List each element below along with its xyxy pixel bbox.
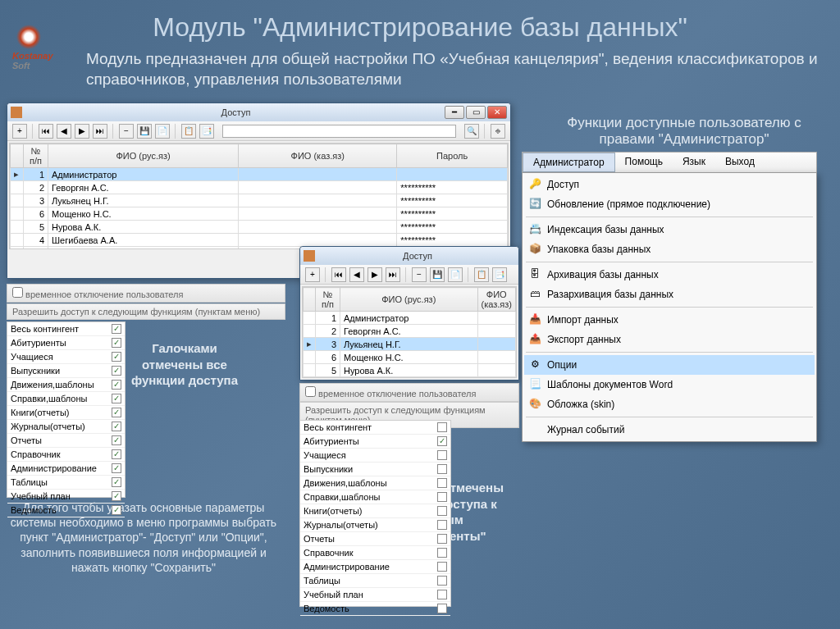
first-button[interactable]: ⏮ xyxy=(331,267,346,282)
dropdown-item[interactable]: ⚙Опции xyxy=(524,355,815,375)
permission-row[interactable]: Движения,шаблоны xyxy=(300,476,450,490)
permission-checkbox[interactable]: ✓ xyxy=(112,366,121,376)
permission-checkbox[interactable] xyxy=(437,576,447,586)
permission-checkbox[interactable]: ✓ xyxy=(112,491,121,501)
next-button[interactable]: ▶ xyxy=(75,124,89,139)
permission-row[interactable]: Ведомость xyxy=(300,602,450,616)
permission-row[interactable]: Учащиеся✓ xyxy=(7,350,125,364)
minimize-button[interactable]: ━ xyxy=(445,106,464,119)
table-row[interactable]: 5Нурова А.К. xyxy=(304,364,516,377)
dropdown-item[interactable]: 📃Шаблоны документов Word xyxy=(524,375,815,394)
permission-checkbox[interactable]: ✓ xyxy=(112,449,121,459)
permission-row[interactable]: Учебный план✓ xyxy=(7,490,125,504)
dropdown-item[interactable]: 🔑Доступ xyxy=(524,175,815,194)
first-button[interactable]: ⏮ xyxy=(39,124,53,139)
delete-button[interactable]: − xyxy=(412,267,427,282)
doc1-button[interactable]: 📄 xyxy=(448,267,463,282)
menu-item[interactable]: Выход xyxy=(715,153,765,172)
permission-checkbox[interactable] xyxy=(437,534,447,544)
maximize-button[interactable]: ▭ xyxy=(466,106,486,119)
last-button[interactable]: ⏭ xyxy=(386,267,400,282)
permission-row[interactable]: Абитуриенты✓ xyxy=(7,336,125,350)
doc3-button[interactable]: 📑 xyxy=(492,267,507,282)
permission-row[interactable]: Отчеты✓ xyxy=(7,434,125,448)
table-row[interactable]: 2Геворгян А.С. xyxy=(304,325,516,338)
permission-checkbox[interactable]: ✓ xyxy=(112,352,121,362)
dropdown-item[interactable]: 📦Упаковка базы данных xyxy=(524,239,815,259)
menubar[interactable]: АдминистраторПомощьЯзыкВыход xyxy=(522,152,817,173)
table-row[interactable]: 3Лукьянец Н.Г. xyxy=(304,338,516,351)
permission-row[interactable]: Справочник✓ xyxy=(7,448,125,462)
table-row[interactable]: 6Мощенко Н.С.********** xyxy=(11,207,508,221)
temp-disable-checkbox[interactable] xyxy=(305,386,316,397)
doc1-button[interactable]: 📄 xyxy=(155,124,170,139)
dropdown-item[interactable]: 📇Индексация базы данных xyxy=(524,220,815,239)
menu-item[interactable]: Администратор xyxy=(523,153,615,172)
exit-button[interactable]: ⎆ xyxy=(491,124,505,139)
permission-row[interactable]: Выпускники xyxy=(300,463,450,476)
menu-item[interactable]: Язык xyxy=(673,153,715,172)
admin-dropdown[interactable]: 🔑Доступ🔄Обновление (прямое подключение)📇… xyxy=(522,172,817,442)
delete-button[interactable]: − xyxy=(119,124,134,139)
permission-row[interactable]: Ведомость✓ xyxy=(7,504,125,517)
permission-row[interactable]: Журналы(отчеты)✓ xyxy=(7,420,125,434)
permission-checkbox[interactable] xyxy=(437,478,447,488)
table-row[interactable]: 2Геворгян А.С.********** xyxy=(11,181,508,194)
search-input[interactable] xyxy=(222,125,456,138)
permission-checkbox[interactable] xyxy=(437,604,447,613)
permission-checkbox[interactable]: ✓ xyxy=(112,477,121,487)
add-button[interactable]: + xyxy=(305,267,320,282)
permission-row[interactable]: Журналы(отчеты) xyxy=(300,518,450,532)
search-button[interactable]: 🔍 xyxy=(464,124,479,139)
next-button[interactable]: ▶ xyxy=(368,267,382,282)
permission-row[interactable]: Справки,шаблоны xyxy=(300,490,450,504)
permission-checkbox[interactable] xyxy=(437,464,447,474)
permission-row[interactable]: Книги(отчеты)✓ xyxy=(7,406,125,420)
doc2-button[interactable]: 📋 xyxy=(474,267,489,282)
permission-checkbox[interactable] xyxy=(437,506,447,516)
table-row[interactable]: 6Мощенко Н.С. xyxy=(304,351,516,364)
permission-row[interactable]: Учебный план xyxy=(300,588,450,602)
table-row[interactable]: 4Шегибаева А.А.********** xyxy=(11,234,508,247)
permission-row[interactable]: Учащиеся xyxy=(300,449,450,463)
doc2-button[interactable]: 📋 xyxy=(181,124,196,139)
permission-checkbox[interactable]: ✓ xyxy=(112,505,121,515)
dropdown-item[interactable]: Журнал событий xyxy=(524,420,815,440)
users-table-2[interactable]: № п/п ФИО (рус.яз) ФИО (каз.яз) 1Админис… xyxy=(303,287,516,378)
permission-row[interactable]: Выпускники✓ xyxy=(7,364,125,378)
permission-checkbox[interactable]: ✓ xyxy=(112,338,121,348)
permission-checkbox[interactable]: ✓ xyxy=(112,422,121,431)
permission-row[interactable]: Отчеты xyxy=(300,532,450,546)
permission-checkbox[interactable]: ✓ xyxy=(437,436,447,446)
menu-item[interactable]: Помощь xyxy=(615,153,673,172)
close-button[interactable]: ✕ xyxy=(487,106,507,119)
permission-checkbox[interactable] xyxy=(437,548,447,558)
last-button[interactable]: ⏭ xyxy=(93,124,107,139)
permission-row[interactable]: Справки,шаблоны✓ xyxy=(7,392,125,406)
titlebar[interactable]: Доступ xyxy=(300,247,518,265)
permission-checkbox[interactable]: ✓ xyxy=(112,394,121,403)
permission-row[interactable]: Справочник xyxy=(300,546,450,560)
prev-button[interactable]: ◀ xyxy=(349,267,364,282)
permission-row[interactable]: Администрирование xyxy=(300,560,450,574)
permission-row[interactable]: Таблицы xyxy=(300,574,450,588)
permission-checkbox[interactable]: ✓ xyxy=(112,324,121,334)
dropdown-item[interactable]: 📥Импорт данных xyxy=(524,310,815,330)
permission-checkbox[interactable]: ✓ xyxy=(112,408,121,417)
permission-checkbox[interactable]: ✓ xyxy=(112,463,121,473)
dropdown-item[interactable]: 📤Экспорт данных xyxy=(524,330,815,349)
permission-checkbox[interactable] xyxy=(437,422,447,432)
table-row[interactable]: 4Шегибаева А.А. xyxy=(304,377,516,379)
dropdown-item[interactable]: 🔄Обновление (прямое подключение) xyxy=(524,194,815,214)
dropdown-item[interactable]: 🎨Обложка (skin) xyxy=(524,394,815,414)
table-row[interactable]: 1Администратор xyxy=(304,312,516,325)
table-row[interactable]: 5Нурова А.К.********** xyxy=(11,221,508,234)
permission-row[interactable]: Книги(отчеты) xyxy=(300,504,450,518)
permission-checkbox[interactable]: ✓ xyxy=(112,435,121,445)
temp-disable-checkbox[interactable] xyxy=(12,287,23,298)
permission-checkbox[interactable] xyxy=(437,562,447,572)
permission-row[interactable]: Абитуриенты✓ xyxy=(300,435,450,449)
dropdown-item[interactable]: 🗄Архивация базы данных xyxy=(524,265,815,285)
permission-checkbox[interactable]: ✓ xyxy=(112,380,121,390)
permission-checkbox[interactable] xyxy=(437,590,447,599)
